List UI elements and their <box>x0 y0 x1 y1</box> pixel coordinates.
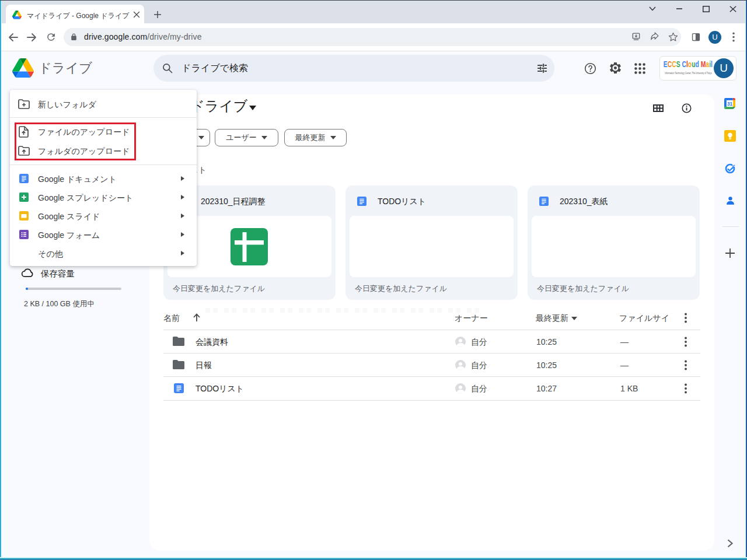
svg-text:31: 31 <box>727 102 733 107</box>
